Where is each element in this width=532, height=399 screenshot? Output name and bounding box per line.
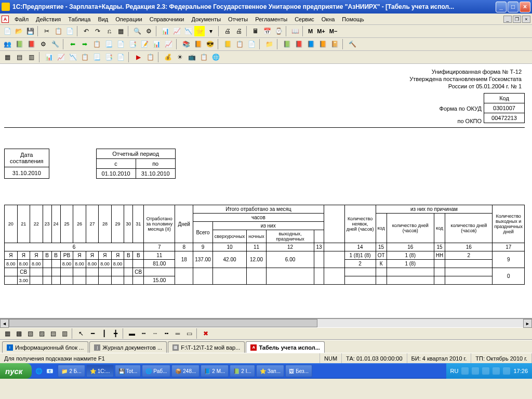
r2s-icon[interactable]: 📋 bbox=[234, 39, 245, 49]
task-7[interactable]: 📗2 I... bbox=[230, 365, 255, 377]
r3c-icon[interactable]: ▥ bbox=[26, 52, 36, 62]
r2o-icon[interactable]: 📚 bbox=[181, 39, 191, 49]
r3g-icon[interactable]: 📋 bbox=[79, 52, 90, 62]
mem-mplus[interactable]: M+ bbox=[315, 26, 327, 36]
tab-timesheet[interactable]: AТабель учета испол... bbox=[246, 341, 324, 353]
r3d-icon[interactable]: 📊 bbox=[44, 52, 54, 62]
r2h-icon[interactable]: 📋 bbox=[91, 39, 102, 49]
r2f-icon[interactable]: ⬅ bbox=[68, 39, 78, 49]
start-button[interactable]: пуск bbox=[0, 363, 32, 379]
new-icon[interactable]: 📄 bbox=[2, 26, 12, 36]
help-icon[interactable]: 📖 bbox=[290, 26, 300, 36]
task-2[interactable]: ⭐1С:... bbox=[86, 365, 114, 377]
redo-icon[interactable]: ↷ bbox=[92, 26, 103, 36]
r2e-icon[interactable]: 🔧 bbox=[50, 39, 60, 49]
open-icon[interactable]: 📂 bbox=[14, 26, 24, 36]
close-button[interactable]: × bbox=[520, 2, 530, 12]
scroll-right-icon[interactable]: ► bbox=[523, 319, 532, 328]
copy-icon[interactable]: 📋 bbox=[53, 26, 63, 36]
tray-icon-1[interactable] bbox=[461, 367, 469, 375]
r2w-icon[interactable]: 📕 bbox=[294, 39, 304, 49]
r2z-icon[interactable]: 📔 bbox=[329, 39, 340, 49]
t10-icon[interactable]: ▾ bbox=[206, 26, 216, 36]
t5-icon[interactable]: ⚙ bbox=[143, 26, 154, 36]
r3a-icon[interactable]: ▦ bbox=[2, 52, 12, 62]
bt12-icon[interactable]: ┄ bbox=[150, 328, 160, 339]
menu-reglaments[interactable]: Регламенты bbox=[252, 15, 290, 23]
r2q-icon[interactable]: 😎 bbox=[205, 39, 215, 49]
tab-journal[interactable]: jЖурнал документов ... bbox=[89, 341, 167, 353]
r3f-icon[interactable]: 📉 bbox=[68, 52, 78, 62]
bt2-icon[interactable]: ▩ bbox=[14, 328, 24, 339]
menu-view[interactable]: Вид bbox=[95, 15, 111, 23]
r3b-icon[interactable]: ▤ bbox=[14, 52, 24, 62]
task-4[interactable]: 🌐Раб... bbox=[142, 365, 170, 377]
task-9[interactable]: 🖼Без... bbox=[285, 365, 312, 377]
r3o-icon[interactable]: 📺 bbox=[187, 52, 197, 62]
print-icon[interactable]: 🖨 bbox=[222, 26, 233, 36]
undo-icon[interactable]: ↶ bbox=[81, 26, 91, 36]
minimize-button[interactable]: _ bbox=[496, 2, 507, 12]
r3p-icon[interactable]: 📋 bbox=[198, 52, 209, 62]
bt1-icon[interactable]: ▦ bbox=[2, 328, 12, 339]
r3h-icon[interactable]: 📃 bbox=[91, 52, 102, 62]
menu-operations[interactable]: Операции bbox=[112, 15, 145, 23]
bt5-icon[interactable]: ▤ bbox=[48, 328, 58, 339]
ql-1-icon[interactable]: 🌐 bbox=[34, 365, 44, 377]
ql-2-icon[interactable]: 📧 bbox=[45, 365, 55, 377]
bt4-icon[interactable]: ▨ bbox=[36, 328, 47, 339]
r3k-icon[interactable]: ▶ bbox=[133, 52, 143, 62]
cal-icon[interactable]: 📅 bbox=[262, 26, 272, 36]
task-8[interactable]: ⭐Зап... bbox=[256, 365, 284, 377]
r3q-icon[interactable]: 🌐 bbox=[210, 52, 221, 62]
r3n-icon[interactable]: ☀ bbox=[175, 52, 185, 62]
bt3-icon[interactable]: ▧ bbox=[25, 328, 35, 339]
menu-directories[interactable]: Справочники bbox=[147, 15, 188, 23]
scroll-thumb[interactable] bbox=[9, 319, 317, 327]
h-scrollbar[interactable]: ◄ ► bbox=[0, 318, 532, 327]
bt7-icon[interactable]: ━ bbox=[87, 328, 98, 339]
save-icon[interactable]: 💾 bbox=[25, 26, 35, 36]
bt9-icon[interactable]: ╋ bbox=[110, 328, 121, 339]
t7-icon[interactable]: 📈 bbox=[171, 26, 182, 36]
menu-help[interactable]: Помощь bbox=[339, 15, 367, 23]
r3i-icon[interactable]: 📑 bbox=[103, 52, 114, 62]
r2k-icon[interactable]: 📑 bbox=[127, 39, 138, 49]
t12-icon[interactable]: ⌚ bbox=[273, 26, 284, 36]
task-6[interactable]: 📘2 M... bbox=[201, 365, 229, 377]
r2v-icon[interactable]: 📗 bbox=[282, 39, 292, 49]
pointer-icon[interactable]: ↖ bbox=[76, 328, 86, 339]
bt10-icon[interactable]: ▬ bbox=[127, 328, 137, 339]
tray-icon-2[interactable] bbox=[472, 367, 479, 375]
document-area[interactable]: Унифицированная форма № Т-12 Утверждена … bbox=[0, 64, 532, 318]
bt14-icon[interactable]: ═ bbox=[172, 328, 183, 339]
r2m-icon[interactable]: 📊 bbox=[151, 39, 162, 49]
tab-file[interactable]: ▦F:\Т-12\Т-12 мой вар... bbox=[168, 341, 245, 353]
menu-table[interactable]: Таблица bbox=[65, 15, 94, 23]
r2a-icon[interactable]: 👥 bbox=[2, 39, 12, 49]
tray-icon-4[interactable] bbox=[493, 367, 500, 375]
mdi-close[interactable]: × bbox=[522, 16, 530, 23]
bt11-icon[interactable]: ┅ bbox=[138, 328, 149, 339]
bt16-icon[interactable]: ✖ bbox=[201, 328, 211, 339]
r2j-icon[interactable]: 📄 bbox=[115, 39, 126, 49]
tray-icon-5[interactable] bbox=[503, 367, 510, 375]
mem-m[interactable]: M bbox=[307, 26, 314, 36]
mdi-minimize[interactable]: _ bbox=[503, 16, 512, 23]
menu-actions[interactable]: Действия bbox=[33, 15, 64, 23]
r2c-icon[interactable]: 📕 bbox=[26, 39, 36, 49]
maximize-button[interactable]: □ bbox=[508, 2, 518, 12]
bt15-icon[interactable]: ▭ bbox=[184, 328, 194, 339]
tray-icon-3[interactable] bbox=[482, 367, 489, 375]
mem-mminus[interactable]: M− bbox=[328, 26, 339, 36]
calc-icon[interactable]: 🖩 bbox=[250, 26, 261, 36]
r3m-icon[interactable]: 💰 bbox=[163, 52, 173, 62]
cut-icon[interactable]: ✂ bbox=[42, 26, 52, 36]
r3l-icon[interactable]: 📋 bbox=[145, 52, 155, 62]
t11-icon[interactable]: 🖨 bbox=[234, 26, 244, 36]
t4-icon[interactable]: ▦ bbox=[115, 26, 126, 36]
menu-reports[interactable]: Отчеты bbox=[225, 15, 251, 23]
task-1[interactable]: 📁2 Б... bbox=[58, 365, 85, 377]
find-icon[interactable]: 🔍 bbox=[132, 26, 142, 36]
menu-file[interactable]: Файл bbox=[11, 15, 32, 23]
